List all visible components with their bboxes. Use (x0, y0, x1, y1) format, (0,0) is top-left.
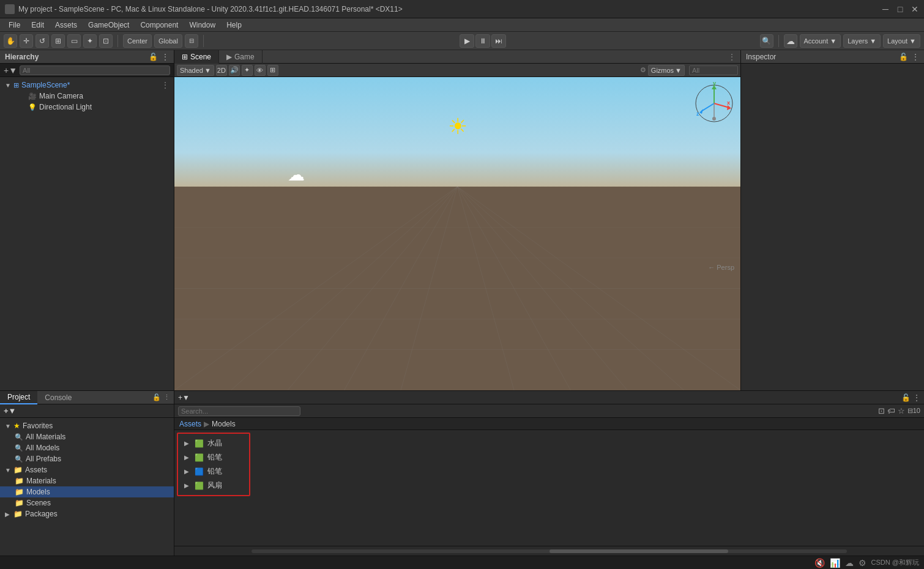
sun-object: ☀ (445, 114, 470, 139)
project-item-scenes[interactable]: 📁 Scenes (0, 497, 174, 508)
scene-search-input[interactable] (689, 65, 738, 75)
snap-button[interactable]: ⊟ (185, 34, 198, 48)
close-button[interactable]: ✕ (911, 5, 919, 13)
minimize-button[interactable]: ─ (881, 5, 890, 13)
model-item-qianbi1[interactable]: ▶ 🟩 铅笔 (181, 450, 247, 464)
status-mute-icon[interactable]: 🔇 (814, 558, 825, 568)
account-dropdown[interactable]: Account ▼ (800, 34, 841, 48)
model-triangle-4: ▶ (184, 482, 190, 489)
console-tab[interactable]: Console (37, 391, 79, 404)
tool-rotate[interactable]: ↺ (35, 34, 49, 48)
scene-grid-toggle[interactable]: ⊞ (267, 65, 278, 76)
project-item-all-materials[interactable]: 🔍 All Materials (0, 431, 174, 442)
effects-toggle[interactable]: ✦ (242, 65, 253, 76)
model-item-fengshan[interactable]: ▶ 🟩 风扇 (181, 478, 247, 493)
menu-help[interactable]: Help (222, 20, 247, 31)
scene-visibility-toggle[interactable]: 👁 (255, 65, 266, 76)
hierarchy-search-input[interactable] (20, 65, 170, 75)
project-item-all-prefabs[interactable]: 🔍 All Prefabs (0, 453, 174, 464)
hierarchy-item-samplescene[interactable]: ▼ ⊞ SampleScene* ⋮ (0, 80, 174, 91)
title-text: My project - SampleScene - PC, Mac & Lin… (18, 5, 403, 13)
project-item-materials[interactable]: 📁 Materials (0, 475, 174, 486)
project-item-packages[interactable]: ▶ 📁 Packages (0, 508, 174, 519)
scene-more-btn[interactable]: ⋮ (723, 53, 740, 61)
menu-file[interactable]: File (4, 20, 25, 31)
project-lock-icon[interactable]: 🔓 (152, 393, 161, 401)
menu-gameobject[interactable]: GameObject (83, 20, 134, 31)
breadcrumb-assets[interactable]: Assets (179, 420, 201, 428)
search-collab-button[interactable]: 🔍 (760, 34, 773, 48)
svg-text:z: z (696, 111, 699, 117)
status-cloud-icon[interactable]: ☁ (845, 558, 854, 568)
tool-rect[interactable]: ▭ (67, 34, 81, 48)
status-settings-icon[interactable]: ⚙ (859, 558, 866, 568)
gizmos-chevron: ▼ (675, 67, 682, 74)
menu-component[interactable]: Component (135, 20, 183, 31)
hierarchy-header: Hierarchy 🔓 ⋮ (0, 50, 174, 64)
project-item-models[interactable]: 📁 Models (0, 486, 174, 497)
gizmos-dropdown[interactable]: Gizmos ▼ (648, 65, 685, 76)
gizmos-label: Gizmos (651, 67, 674, 74)
hierarchy-search-bar: +▼ (0, 64, 174, 77)
audio-toggle[interactable]: 🔊 (229, 65, 240, 76)
maximize-button[interactable]: □ (896, 5, 904, 13)
assets-add-btn[interactable]: +▼ (178, 393, 190, 402)
global-button[interactable]: Global (154, 34, 182, 48)
project-more-icon[interactable]: ⋮ (163, 393, 170, 401)
game-tab[interactable]: ▶ Game (219, 50, 263, 64)
layers-dropdown[interactable]: Layers ▼ (843, 34, 881, 48)
packages-label: Packages (25, 510, 58, 518)
model-icon-1: 🟩 (194, 439, 204, 448)
hierarchy-add-icon[interactable]: +▼ (4, 65, 17, 75)
assets-more-icon[interactable]: ⋮ (913, 393, 920, 402)
hierarchy-item-dir-light[interactable]: ▶ 💡 Directional Light (0, 102, 174, 113)
model-label-3: 铅笔 (207, 466, 222, 477)
play-button[interactable]: ▶ (460, 34, 474, 48)
model-item-qianbi2[interactable]: ▶ 🟦 铅笔 (181, 464, 247, 478)
2d-toggle[interactable]: 2D (216, 65, 227, 76)
step-button[interactable]: ⏭ (491, 34, 506, 48)
favorites-triangle: ▼ (5, 423, 11, 430)
hierarchy-item-main-camera[interactable]: ▶ 🎥 Main Camera (0, 91, 174, 102)
packages-folder-icon: 📁 (13, 510, 23, 518)
assets-scrollbar-thumb[interactable] (550, 549, 728, 553)
menu-window[interactable]: Window (184, 20, 220, 31)
assets-label-btn[interactable]: 🏷 (887, 406, 895, 415)
menu-edit[interactable]: Edit (26, 20, 49, 31)
project-add-btn[interactable]: +▼ (4, 406, 16, 415)
cloud-button[interactable]: ☁ (784, 34, 797, 48)
assets-lock-icon[interactable]: 🔓 (901, 393, 911, 402)
shading-mode-dropdown[interactable]: Shaded ▼ (177, 65, 214, 76)
tool-scale[interactable]: ⊞ (51, 34, 65, 48)
tool-custom[interactable]: ⊡ (99, 34, 113, 48)
project-item-all-models[interactable]: 🔍 All Models (0, 442, 174, 453)
assets-search-input[interactable] (178, 406, 300, 416)
search-icon: 🔍 (15, 433, 23, 441)
inspector-lock-icon[interactable]: 🔓 (899, 53, 908, 61)
gizmo-axis-svg: x y z (693, 82, 736, 125)
model-label-1: 水晶 (207, 438, 222, 448)
hierarchy-more-icon[interactable]: ⋮ (162, 53, 169, 61)
model-item-shuijing[interactable]: ▶ 🟩 水晶 (181, 436, 247, 450)
assets-scrollbar-track[interactable] (251, 549, 848, 553)
assets-filter-btn[interactable]: ⊡ (878, 406, 885, 415)
inspector-more-icon[interactable]: ⋮ (912, 53, 919, 61)
assets-star-btn[interactable]: ☆ (898, 406, 905, 415)
center-button[interactable]: Center (123, 34, 152, 48)
tool-hand[interactable]: ✋ (4, 34, 17, 48)
scene-viewport[interactable]: ☀ ☁ ← Persp (174, 77, 740, 390)
tool-transform[interactable]: ✦ (83, 34, 97, 48)
project-item-favorites[interactable]: ▼ ★ Favorites (0, 420, 174, 431)
assets-toolbar-left: +▼ (178, 393, 190, 402)
project-item-assets[interactable]: ▼ 📁 Assets (0, 464, 174, 475)
project-tab[interactable]: Project (0, 391, 37, 404)
hierarchy-lock-icon[interactable]: 🔓 (149, 53, 158, 61)
layout-dropdown[interactable]: Layout ▼ (883, 34, 920, 48)
scene-tab[interactable]: ⊞ Scene (174, 50, 219, 64)
menu-assets[interactable]: Assets (50, 20, 82, 31)
pause-button[interactable]: ⏸ (475, 34, 490, 48)
hierarchy-item-label: SampleScene* (21, 81, 70, 89)
hierarchy-item-more[interactable]: ⋮ (162, 81, 169, 89)
tool-move[interactable]: ✛ (20, 34, 33, 48)
status-chart-icon[interactable]: 📊 (830, 558, 840, 568)
